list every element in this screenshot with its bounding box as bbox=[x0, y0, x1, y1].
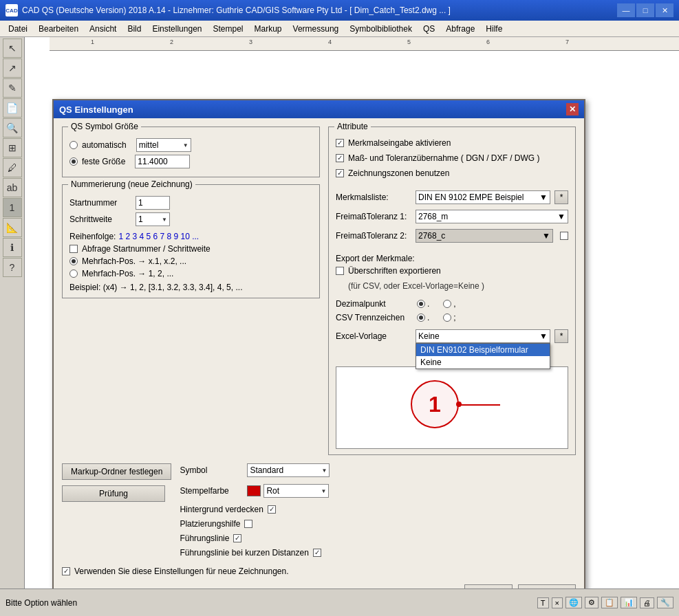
stempelfarbe-row: Stempelfarbe Rot ▼ bbox=[180, 484, 576, 498]
tool-zoom[interactable]: 🔍 bbox=[3, 118, 22, 138]
fixed-value-input[interactable] bbox=[135, 155, 190, 168]
menu-markup[interactable]: Markup bbox=[249, 23, 288, 35]
dropdown-item-din[interactable]: DIN EN9102 Beispielformular bbox=[416, 344, 550, 356]
pruefung-button[interactable]: Prüfung bbox=[62, 485, 165, 502]
beispiel-text: Beispiel: (x4) → 1, 2, [3.1, 3.2, 3.3, 3… bbox=[69, 283, 242, 292]
merkmalliste-star-button[interactable]: * bbox=[554, 190, 568, 204]
ruler-horizontal: 1 2 3 4 5 6 7 bbox=[50, 37, 679, 51]
radio-mehrfach2[interactable] bbox=[69, 270, 78, 278]
radio-auto[interactable] bbox=[69, 141, 78, 149]
freimass1-select[interactable]: 2768_m ▼ bbox=[416, 210, 568, 223]
tool-question[interactable]: ? bbox=[3, 258, 22, 277]
checkbox-platzierungshilfe[interactable] bbox=[244, 520, 252, 528]
step-dropdown-arrow-icon: ▼ bbox=[162, 217, 167, 223]
tool-number[interactable]: 1 bbox=[3, 198, 22, 217]
dezimalpunkt-row: Dezimalpunkt . , bbox=[336, 299, 568, 309]
radio-dezimalpunkt-dot[interactable] bbox=[417, 300, 425, 308]
start-input[interactable] bbox=[136, 196, 170, 210]
merkmalliste-select[interactable]: DIN EN 9102 EMPE Beispiel ▼ bbox=[416, 190, 550, 204]
menu-bearbeiten[interactable]: Bearbeiten bbox=[33, 23, 84, 35]
markup-ordner-button[interactable]: Markup-Ordner festlegen bbox=[62, 463, 171, 480]
tool-text[interactable]: ab bbox=[3, 178, 22, 197]
checkbox-verwenden[interactable] bbox=[62, 567, 70, 575]
status-icon-gear[interactable]: ⚙ bbox=[585, 597, 599, 608]
tool-measure[interactable]: 📐 bbox=[3, 218, 22, 237]
platzierungshilfe-label: Platzierungshilfe bbox=[180, 519, 240, 529]
menu-vermessung[interactable]: Vermessung bbox=[288, 23, 345, 35]
menu-stempel[interactable]: Stempel bbox=[208, 23, 249, 35]
tool-info[interactable]: ℹ bbox=[3, 238, 22, 257]
radio-dezimalpunkt-comma[interactable] bbox=[443, 300, 451, 308]
excel-dropdown-container: Keine ▼ DIN EN9102 Beispielformular Kein… bbox=[416, 329, 550, 343]
tool-document[interactable]: 📄 bbox=[3, 98, 22, 118]
status-icon-x[interactable]: × bbox=[552, 597, 563, 608]
checkbox-merkmale[interactable] bbox=[336, 139, 344, 147]
merkmale-label: Merkmalseingabe aktivieren bbox=[348, 138, 451, 148]
status-bar: Bitte Option wählen T × 🌐 ⚙ 📋 📊 🖨 🔧 bbox=[0, 588, 679, 616]
minimize-button[interactable]: — bbox=[617, 3, 635, 17]
tool-grid[interactable]: ⊞ bbox=[3, 138, 22, 157]
dezimalpunkt-comma-option: , bbox=[443, 299, 455, 309]
checkbox-fuehrungslinie2[interactable] bbox=[313, 549, 321, 557]
platzierungshilfe-row: Platzierungshilfe bbox=[180, 519, 576, 529]
radio-csv-dot[interactable] bbox=[417, 314, 425, 322]
tool-pen[interactable]: 🖊 bbox=[3, 158, 22, 177]
checkbox-zeichnung[interactable] bbox=[336, 169, 344, 177]
size-dropdown[interactable]: mittel ▼ bbox=[136, 138, 191, 152]
ok-button[interactable]: OK bbox=[464, 584, 513, 588]
start-label: Startnummer bbox=[69, 198, 131, 208]
merkmalliste-arrow-icon: ▼ bbox=[539, 192, 548, 202]
merkmalliste-row: Merkmalsliste: DIN EN 9102 EMPE Beispiel… bbox=[336, 190, 568, 204]
status-icon-clipboard[interactable]: 📋 bbox=[601, 597, 618, 608]
checkbox-abfrage[interactable] bbox=[69, 245, 78, 253]
step-dropdown[interactable]: 1 ▼ bbox=[136, 212, 170, 226]
menu-ansicht[interactable]: Ansicht bbox=[84, 23, 122, 35]
qs-symbol-group: QS Symbol Größe automatisch mittel ▼ bbox=[62, 126, 320, 177]
attributes-group: Attribute Merkmalseingabe aktivieren Maß… bbox=[328, 126, 576, 455]
menu-einstellungen[interactable]: Einstellungen bbox=[147, 23, 207, 35]
bottom-left-col: Markup-Ordner festlegen Prüfung bbox=[62, 463, 171, 560]
csv-row: CSV Trennzeichen . ; bbox=[336, 313, 568, 322]
menu-hilfe[interactable]: Hilfe bbox=[480, 23, 508, 35]
symbol-number: 1 bbox=[429, 392, 441, 417]
checkbox-hintergrund[interactable] bbox=[268, 505, 276, 514]
freimass2-select[interactable]: 2768_c ▼ bbox=[416, 229, 553, 243]
checkbox-freimass2[interactable] bbox=[560, 232, 568, 240]
menu-symbolbibliothek[interactable]: Symbolbibliothek bbox=[344, 23, 418, 35]
menu-abfrage[interactable]: Abfrage bbox=[440, 23, 480, 35]
status-text: Bitte Option wählen bbox=[6, 598, 532, 608]
status-icon-t[interactable]: T bbox=[537, 597, 549, 608]
stempelfarbe-dropdown[interactable]: Rot ▼ bbox=[263, 484, 329, 498]
radio-csv-semicolon[interactable] bbox=[443, 314, 451, 322]
beispiel-row: Beispiel: (x4) → 1, 2, [3.1, 3.2, 3.3, 3… bbox=[69, 283, 312, 292]
excel-select[interactable]: Keine ▼ bbox=[416, 329, 550, 343]
menu-qs[interactable]: QS bbox=[418, 23, 440, 35]
status-icon-wrench[interactable]: 🔧 bbox=[657, 597, 673, 608]
ueberschriften-label: Überschriften exportieren bbox=[348, 266, 441, 276]
tool-pencil[interactable]: ✎ bbox=[3, 78, 22, 98]
status-icon-chart[interactable]: 📊 bbox=[621, 597, 637, 608]
menu-datei[interactable]: Datei bbox=[3, 23, 33, 35]
status-icon-print[interactable]: 🖨 bbox=[640, 597, 654, 608]
status-icon-globe[interactable]: 🌐 bbox=[565, 597, 582, 608]
stempelfarbe-dropdown-arrow-icon: ▼ bbox=[321, 488, 326, 494]
cancel-button[interactable]: Abbrechen bbox=[518, 584, 576, 588]
radio-mehrfach1[interactable] bbox=[69, 257, 78, 265]
maximize-button[interactable]: □ bbox=[636, 3, 654, 17]
tool-pointer[interactable]: ↖ bbox=[3, 38, 22, 58]
menu-bild[interactable]: Bild bbox=[122, 23, 147, 35]
title-bar-title: CAD QS (Deutsche Version) 2018 A.14 - Li… bbox=[22, 6, 451, 15]
dropdown-item-keine[interactable]: Keine bbox=[416, 356, 550, 368]
symbol-dropdown[interactable]: Standard ▼ bbox=[247, 463, 330, 477]
mass-row: Maß- und Toleranzübernahme ( DGN / DXF /… bbox=[336, 153, 568, 163]
checkbox-fuehrungslinie[interactable] bbox=[233, 534, 241, 542]
menu-bar: Datei Bearbeiten Ansicht Bild Einstellun… bbox=[0, 21, 679, 37]
dialog-close-button[interactable]: ✕ bbox=[566, 103, 579, 116]
radio-fixed[interactable] bbox=[69, 157, 78, 166]
bottom-section: Markup-Ordner festlegen Prüfung Symbol S… bbox=[54, 463, 584, 562]
close-button[interactable]: ✕ bbox=[656, 3, 673, 17]
checkbox-ueberschriften[interactable] bbox=[336, 267, 344, 275]
checkbox-mass[interactable] bbox=[336, 154, 344, 162]
tool-arrow[interactable]: ↗ bbox=[3, 58, 22, 78]
excel-star-button[interactable]: * bbox=[554, 329, 568, 343]
